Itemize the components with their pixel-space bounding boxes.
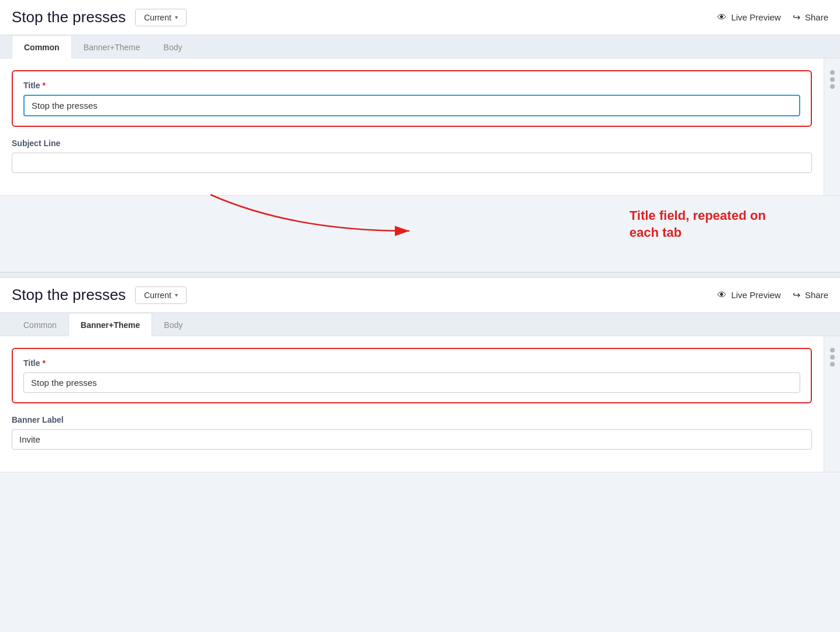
sidebar-dot-2 [830, 77, 835, 82]
bottom-share-button[interactable]: ↪ Share [793, 289, 828, 301]
top-page-title: Stop the presses [12, 8, 126, 26]
top-header-right: 👁 Live Preview ↪ Share [717, 12, 828, 23]
bottom-banner-label-label: Banner Label [12, 415, 812, 424]
share-icon: ↪ [793, 12, 800, 23]
sidebar-dot-3 [830, 84, 835, 89]
bottom-section: Stop the presses Current ▾ 👁 Live Previe… [0, 278, 840, 472]
bottom-version-chevron-icon: ▾ [175, 292, 178, 298]
version-chevron-icon: ▾ [175, 14, 178, 20]
annotation-text: Title field, repeated on each tab [629, 208, 793, 241]
top-subject-line-input[interactable] [12, 153, 812, 173]
section-divider [0, 272, 840, 278]
tab-body-top[interactable]: Body [152, 36, 194, 58]
bottom-title-input[interactable] [23, 372, 800, 393]
tab-common-bottom[interactable]: Common [12, 313, 68, 336]
top-title-label: Title * [23, 81, 800, 90]
bottom-sidebar-dot-2 [830, 355, 835, 360]
bottom-eye-icon: 👁 [717, 290, 727, 301]
tab-banner-theme-top[interactable]: Banner+Theme [72, 36, 152, 58]
bottom-title-section-highlighted: Title * [12, 348, 812, 403]
bottom-sidebar-dot-1 [830, 348, 835, 353]
tab-banner-theme-bottom[interactable]: Banner+Theme [68, 313, 153, 336]
bottom-live-preview-button[interactable]: 👁 Live Preview [717, 290, 781, 301]
top-live-preview-button[interactable]: 👁 Live Preview [717, 12, 781, 23]
bottom-share-icon: ↪ [793, 289, 800, 301]
bottom-header-right: 👁 Live Preview ↪ Share [717, 289, 828, 301]
top-header: Stop the presses Current ▾ 👁 Live Previe… [0, 0, 840, 35]
tab-body-bottom[interactable]: Body [152, 313, 194, 336]
top-subject-line-group: Subject Line [12, 139, 812, 173]
top-version-button[interactable]: Current ▾ [135, 9, 187, 26]
tab-common-top[interactable]: Common [12, 35, 72, 58]
bottom-header: Stop the presses Current ▾ 👁 Live Previe… [0, 278, 840, 313]
bottom-title-required-star: * [43, 358, 46, 368]
bottom-title-label: Title * [23, 358, 800, 368]
bottom-content-area: Title * Banner Label [0, 336, 840, 472]
bottom-banner-label-input[interactable] [12, 429, 812, 450]
bottom-form-area: Title * Banner Label [0, 336, 824, 472]
top-title-input[interactable] [23, 95, 800, 116]
sidebar-dot-1 [830, 70, 835, 75]
top-form-area: Title * Subject Line [0, 58, 824, 195]
top-title-required-star: * [43, 81, 46, 90]
top-sidebar-strip [824, 58, 840, 195]
bottom-sidebar-strip [824, 336, 840, 472]
bottom-page-title: Stop the presses [12, 286, 126, 304]
top-title-section-highlighted: Title * [12, 70, 812, 127]
top-tabs: Common Banner+Theme Body [0, 35, 840, 58]
annotation-area: Title field, repeated on each tab [0, 190, 840, 272]
eye-icon: 👁 [717, 12, 727, 23]
top-content-area: Title * Subject Line [0, 58, 840, 195]
bottom-sidebar-dot-3 [830, 362, 835, 367]
top-subject-line-label: Subject Line [12, 139, 812, 148]
top-share-button[interactable]: ↪ Share [793, 12, 828, 23]
bottom-banner-label-group: Banner Label [12, 415, 812, 450]
bottom-version-button[interactable]: Current ▾ [135, 286, 187, 304]
bottom-tabs: Common Banner+Theme Body [0, 313, 840, 336]
